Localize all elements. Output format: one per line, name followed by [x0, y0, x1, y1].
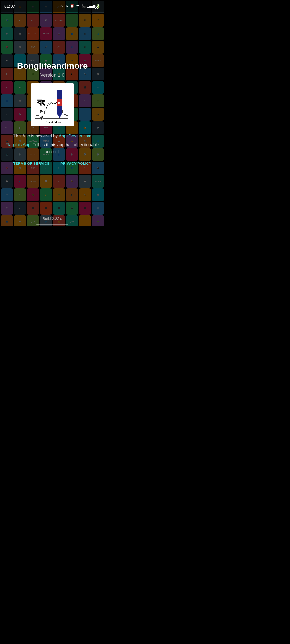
whatsapp-icon — [60, 3, 64, 9]
alarm-icon: ⏰ — [70, 4, 74, 8]
nfc-icon: N — [66, 4, 68, 8]
home-indicator — [36, 224, 68, 225]
wifi-icon — [76, 4, 80, 8]
close-button[interactable]: ✕ — [92, 3, 102, 12]
status-bar: 01:37 N ⏰ 📞 ▁▃▅▇ 🔋 — [0, 0, 105, 12]
app-title: Bonglifeandmore — [17, 61, 88, 71]
svg-text:0: 0 — [58, 101, 60, 105]
privacy-policy-link[interactable]: PRIVACY POLICY — [60, 162, 92, 166]
build-label: Build 2.22.s — [42, 217, 62, 221]
powered-by-text: This App is powered by AppsGeyser.com — [13, 133, 92, 139]
terms-of-service-link[interactable]: TERMS OF SERVICE — [13, 162, 50, 166]
build-info: Build 2.22.s — [0, 216, 105, 221]
flag-text: Flag this App: Tell us if this app has o… — [5, 141, 99, 155]
flag-app-link[interactable]: Flag this App — [6, 142, 31, 147]
app-version: Version 1.0 — [40, 72, 64, 78]
svg-text:Life & More: Life & More — [46, 120, 61, 124]
status-time: 01:37 — [4, 4, 15, 8]
appsgeyser-link[interactable]: AppsGeyser.com — [59, 134, 92, 138]
call-icon: 📞 — [82, 4, 86, 8]
svg-text:বং: বং — [37, 96, 46, 109]
app-logo: বং 0 Life & More — [31, 83, 74, 126]
content-area: Bonglifeandmore Version 1.0 বং 0 Life & … — [0, 0, 105, 226]
links-row: TERMS OF SERVICE PRIVACY POLICY — [13, 162, 91, 166]
